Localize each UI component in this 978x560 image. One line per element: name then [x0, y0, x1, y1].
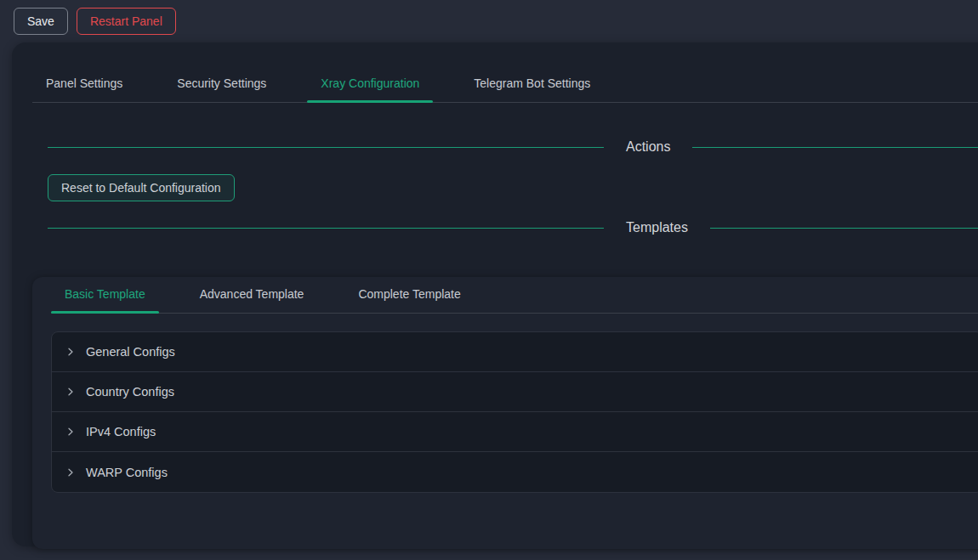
divider-line	[692, 147, 978, 148]
actions-section-title: Actions	[626, 139, 670, 155]
tab-telegram-bot-settings[interactable]: Telegram Bot Settings	[460, 66, 604, 102]
collapse-ipv4-configs[interactable]: IPv4 Configs	[52, 412, 978, 452]
tab-xray-configuration[interactable]: Xray Configuration	[307, 66, 433, 102]
chevron-right-icon	[65, 467, 76, 478]
templates-section-title: Templates	[626, 220, 688, 235]
templates-card: Basic Template Advanced Template Complet…	[32, 277, 978, 549]
tab-advanced-template[interactable]: Advanced Template	[186, 277, 318, 313]
screen: Save Restart Panel Panel Settings Securi…	[0, 0, 978, 560]
divider-line	[710, 228, 978, 229]
chevron-right-icon	[65, 347, 76, 357]
tab-complete-template[interactable]: Complete Template	[344, 277, 474, 313]
tab-security-settings[interactable]: Security Settings	[163, 66, 280, 102]
collapse-label: Country Configs	[86, 385, 174, 399]
chevron-right-icon	[65, 427, 76, 437]
templates-divider: Templates	[48, 218, 978, 238]
tab-panel-settings[interactable]: Panel Settings	[32, 66, 136, 102]
template-tabs: Basic Template Advanced Template Complet…	[51, 277, 978, 314]
collapse-label: IPv4 Configs	[86, 425, 156, 438]
actions-divider: Actions	[48, 137, 978, 157]
reset-to-default-button[interactable]: Reset to Default Configuration	[48, 174, 235, 201]
collapse-label: WARP Configs	[86, 466, 168, 479]
divider-line	[48, 228, 604, 229]
toolbar: Save Restart Panel	[0, 0, 978, 42]
save-button[interactable]: Save	[14, 8, 68, 35]
chevron-right-icon	[65, 387, 76, 397]
collapse-warp-configs[interactable]: WARP Configs	[52, 452, 978, 492]
tab-basic-template[interactable]: Basic Template	[51, 277, 159, 313]
settings-tabs: Panel Settings Security Settings Xray Co…	[32, 66, 978, 103]
restart-panel-button[interactable]: Restart Panel	[77, 8, 176, 35]
collapse-general-configs[interactable]: General Configs	[52, 332, 978, 372]
configs-collapse: General Configs Country Configs	[51, 331, 978, 493]
collapse-label: General Configs	[86, 345, 175, 359]
divider-line	[48, 147, 604, 148]
collapse-country-configs[interactable]: Country Configs	[52, 372, 978, 412]
settings-card: Panel Settings Security Settings Xray Co…	[12, 42, 978, 546]
